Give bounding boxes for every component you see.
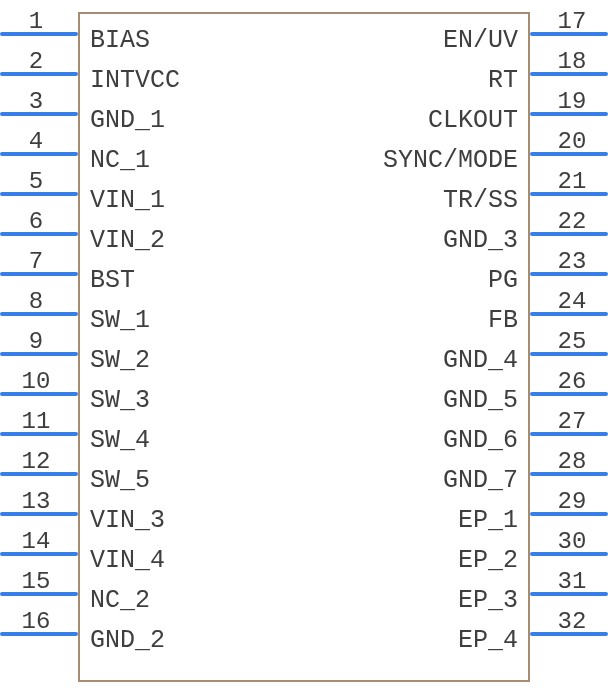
pin-row: 15NC_231EP_3 — [0, 572, 608, 612]
pin-row: 16GND_232EP_4 — [0, 612, 608, 652]
pin-number-right: 24 — [542, 288, 602, 315]
pin-number-right: 30 — [542, 528, 602, 555]
pin-number-left: 8 — [6, 288, 66, 315]
signal-name-right: RT — [488, 66, 518, 95]
pin-number-left: 1 — [6, 8, 66, 35]
pin-number-left: 5 — [6, 168, 66, 195]
pin-number-right: 18 — [542, 48, 602, 75]
signal-name-left: VIN_1 — [90, 186, 165, 215]
pin-number-left: 15 — [6, 568, 66, 595]
signal-name-left: BST — [90, 266, 135, 295]
signal-name-left: GND_2 — [90, 626, 165, 655]
signal-name-left: NC_2 — [90, 586, 150, 615]
signal-name-right: EP_1 — [458, 506, 518, 535]
signal-name-right: GND_6 — [443, 426, 518, 455]
pin-row: 9SW_225GND_4 — [0, 332, 608, 372]
pin-number-left: 4 — [6, 128, 66, 155]
pin-row: 8SW_124FB — [0, 292, 608, 332]
signal-name-left: VIN_3 — [90, 506, 165, 535]
signal-name-right: GND_5 — [443, 386, 518, 415]
signal-name-right: GND_4 — [443, 346, 518, 375]
pin-row: 13VIN_329EP_1 — [0, 492, 608, 532]
pin-row: 7BST23PG — [0, 252, 608, 292]
pin-number-left: 16 — [6, 608, 66, 635]
pin-number-left: 9 — [6, 328, 66, 355]
pin-number-right: 23 — [542, 248, 602, 275]
pin-number-right: 17 — [542, 8, 602, 35]
signal-name-right: SYNC/MODE — [383, 146, 518, 175]
signal-name-right: EP_4 — [458, 626, 518, 655]
signal-name-right: CLKOUT — [428, 106, 518, 135]
pin-number-left: 11 — [6, 408, 66, 435]
signal-name-right: TR/SS — [443, 186, 518, 215]
pin-number-left: 6 — [6, 208, 66, 235]
signal-name-right: PG — [488, 266, 518, 295]
signal-name-right: EN/UV — [443, 26, 518, 55]
pin-row: 2INTVCC18RT — [0, 52, 608, 92]
signal-name-right: EP_3 — [458, 586, 518, 615]
signal-name-left: BIAS — [90, 26, 150, 55]
signal-name-left: GND_1 — [90, 106, 165, 135]
signal-name-left: SW_2 — [90, 346, 150, 375]
pin-number-right: 28 — [542, 448, 602, 475]
pin-number-left: 10 — [6, 368, 66, 395]
signal-name-right: GND_7 — [443, 466, 518, 495]
pin-row: 12SW_528GND_7 — [0, 452, 608, 492]
pin-row: 10SW_326GND_5 — [0, 372, 608, 412]
pin-number-right: 31 — [542, 568, 602, 595]
signal-name-left: VIN_4 — [90, 546, 165, 575]
pin-row: 6VIN_222GND_3 — [0, 212, 608, 252]
signal-name-right: EP_2 — [458, 546, 518, 575]
pin-number-right: 19 — [542, 88, 602, 115]
pin-number-right: 26 — [542, 368, 602, 395]
pin-row: 11SW_427GND_6 — [0, 412, 608, 452]
pin-row: 4NC_120SYNC/MODE — [0, 132, 608, 172]
pin-row: 5VIN_121TR/SS — [0, 172, 608, 212]
pin-number-left: 13 — [6, 488, 66, 515]
pin-number-right: 25 — [542, 328, 602, 355]
pin-number-right: 29 — [542, 488, 602, 515]
signal-name-right: FB — [488, 306, 518, 335]
signal-name-left: INTVCC — [90, 66, 180, 95]
pin-row: 1BIAS17EN/UV — [0, 12, 608, 52]
signal-name-right: GND_3 — [443, 226, 518, 255]
signal-name-left: SW_4 — [90, 426, 150, 455]
pin-number-right: 22 — [542, 208, 602, 235]
pin-number-left: 2 — [6, 48, 66, 75]
pin-number-right: 21 — [542, 168, 602, 195]
signal-name-left: SW_3 — [90, 386, 150, 415]
pin-number-left: 7 — [6, 248, 66, 275]
pin-number-right: 20 — [542, 128, 602, 155]
signal-name-left: NC_1 — [90, 146, 150, 175]
pin-row: 3GND_119CLKOUT — [0, 92, 608, 132]
signal-name-left: SW_5 — [90, 466, 150, 495]
pin-row: 14VIN_430EP_2 — [0, 532, 608, 572]
pin-number-right: 32 — [542, 608, 602, 635]
pin-number-right: 27 — [542, 408, 602, 435]
pin-number-left: 12 — [6, 448, 66, 475]
pin-number-left: 3 — [6, 88, 66, 115]
signal-name-left: SW_1 — [90, 306, 150, 335]
signal-name-left: VIN_2 — [90, 226, 165, 255]
pin-number-left: 14 — [6, 528, 66, 555]
